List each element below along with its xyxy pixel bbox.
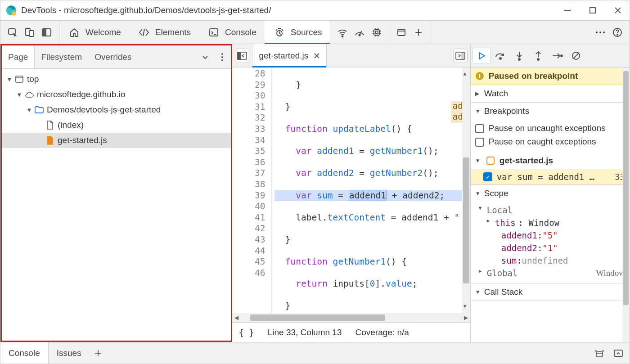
chevron-down-icon[interactable]: [5, 76, 14, 83]
code-editor[interactable]: 28293031323334353637383940414243444546 }…: [232, 67, 470, 313]
tree-top[interactable]: top: [2, 72, 231, 87]
tab-console-label: Console: [225, 27, 256, 37]
step-over-button[interactable]: [491, 48, 509, 64]
checkbox-icon[interactable]: [475, 138, 484, 147]
scope-addend2[interactable]: addend2: "1": [475, 242, 625, 254]
more-icon[interactable]: [594, 26, 607, 39]
tab-welcome[interactable]: Welcome: [59, 21, 129, 44]
add-drawer-tab-icon[interactable]: [91, 346, 105, 360]
debugger-pane: i Paused on breakpoint ▶Watch ▼Breakpoin…: [471, 44, 630, 342]
scope-sum[interactable]: sum: undefined: [475, 254, 625, 267]
svg-rect-16: [375, 31, 378, 34]
drawer-tab-issues[interactable]: Issues: [49, 342, 90, 364]
device-toggle-icon[interactable]: [23, 26, 36, 39]
scope-addend1[interactable]: addend1: "5": [475, 229, 625, 242]
dock-icon[interactable]: [40, 26, 54, 39]
panels-body: Page Filesystem Overrides top microsofte…: [0, 44, 630, 342]
nav-chevron-down-icon[interactable]: [198, 50, 212, 64]
svg-point-26: [221, 53, 223, 55]
scope-global[interactable]: ▶GlobalWindow: [475, 267, 625, 279]
callstack-header[interactable]: ▼Call Stack: [471, 283, 630, 301]
svg-rect-36: [462, 52, 465, 59]
chevron-down-icon[interactable]: [15, 91, 23, 98]
tree-folder[interactable]: Demos/devtools-js-get-started: [2, 102, 231, 117]
scope-local[interactable]: ▼Local: [475, 204, 625, 216]
nav-more-icon[interactable]: [216, 50, 229, 64]
tree-file-getstarted-label: get-started.js: [58, 135, 107, 145]
application-icon[interactable]: [395, 26, 408, 39]
inspect-icon[interactable]: [6, 26, 19, 39]
drawer-issues-icon[interactable]: [593, 346, 606, 360]
paused-banner-text: Paused on breakpoint: [489, 71, 578, 81]
svg-rect-15: [374, 30, 379, 35]
home-icon: [68, 26, 81, 39]
scope-this[interactable]: ▶this: Window: [475, 216, 625, 229]
svg-point-13: [342, 36, 343, 37]
toggle-navigator-button[interactable]: [235, 49, 249, 63]
close-tab-icon[interactable]: [314, 53, 320, 59]
watch-header[interactable]: ▶Watch: [471, 85, 630, 102]
editor-tab-getstarted[interactable]: get-started.js: [252, 44, 327, 67]
drawer-tab-console[interactable]: Console: [0, 342, 49, 364]
pretty-print-button[interactable]: { }: [238, 328, 254, 337]
tree-origin[interactable]: microsoftedge.github.io: [2, 87, 231, 102]
minimize-button[interactable]: [561, 4, 574, 17]
window-title: DevTools - microsoftedge.github.io/Demos…: [21, 5, 549, 15]
add-tab-icon[interactable]: [412, 26, 425, 39]
scope-section: ▼Scope ▼Local ▶this: Window addend1: "5"…: [471, 185, 630, 283]
pause-uncaught-row[interactable]: Pause on uncaught exceptions: [475, 121, 625, 135]
frame-icon: [14, 74, 24, 84]
nav-tab-overrides[interactable]: Overrides: [88, 45, 138, 68]
close-button[interactable]: [612, 4, 624, 17]
toggle-debugger-button[interactable]: [453, 49, 468, 63]
editor-vertical-scrollbar[interactable]: ▲▼: [462, 67, 470, 313]
tab-elements[interactable]: Elements: [129, 21, 199, 44]
network-conditions-icon[interactable]: [336, 26, 349, 39]
resume-button[interactable]: [472, 48, 490, 64]
scope-header[interactable]: ▼Scope: [471, 185, 630, 202]
drawer: Console Issues: [0, 342, 630, 364]
debugger-vertical-scrollbar[interactable]: [622, 67, 630, 342]
execution-line: var sum = addend1 + addend2;: [274, 190, 470, 202]
step-button[interactable]: [548, 48, 566, 64]
line-gutter[interactable]: 28293031323334353637383940414243444546: [232, 67, 272, 313]
breakpoint-marker[interactable]: 33: [232, 124, 265, 135]
nav-tab-page[interactable]: Page: [2, 45, 35, 68]
deactivate-breakpoints-button[interactable]: [567, 48, 585, 64]
step-into-button[interactable]: [510, 48, 528, 64]
code-content[interactable]: } } function updateLabel() { var addend1…: [272, 67, 470, 313]
tab-elements-label: Elements: [155, 27, 191, 37]
step-out-button[interactable]: [529, 48, 547, 64]
performance-icon[interactable]: [353, 26, 366, 39]
svg-point-37: [500, 58, 501, 59]
tree-file-index[interactable]: (index): [2, 117, 231, 133]
tab-sources[interactable]: Sources: [265, 21, 330, 44]
breakpoint-file-row[interactable]: ▼ get-started.js: [471, 152, 630, 169]
tree-file-getstarted[interactable]: get-started.js: [2, 133, 231, 148]
tab-welcome-label: Welcome: [86, 27, 121, 37]
cursor-position: Line 33, Column 13: [268, 328, 342, 337]
editor-horizontal-scrollbar[interactable]: ◀▶: [232, 313, 470, 322]
svg-rect-6: [9, 29, 15, 34]
svg-point-41: [537, 58, 539, 60]
memory-icon[interactable]: [370, 26, 383, 39]
nav-tab-filesystem[interactable]: Filesystem: [35, 45, 88, 68]
maximize-button[interactable]: [586, 4, 599, 17]
help-icon[interactable]: [611, 26, 624, 39]
drawer-expand-icon[interactable]: [612, 346, 625, 360]
console-icon: [207, 26, 220, 39]
pause-caught-row[interactable]: Pause on caught exceptions: [475, 135, 625, 148]
chevron-down-icon[interactable]: [25, 107, 33, 113]
debugger-body: i Paused on breakpoint ▶Watch ▼Breakpoin…: [471, 67, 630, 342]
js-file-icon: [45, 135, 55, 145]
tab-sources-label: Sources: [291, 27, 322, 37]
breakpoint-entry[interactable]: ✓ var sum = addend1 … 33: [471, 169, 630, 184]
main-toolbar: Welcome Elements Console Sources: [0, 21, 630, 44]
breakpoints-section: ▼Breakpoints Pause on uncaught exception…: [471, 103, 630, 185]
checkbox-icon[interactable]: [475, 124, 484, 133]
breakpoints-header[interactable]: ▼Breakpoints: [471, 103, 630, 120]
app-tool-group: [389, 21, 431, 44]
checkbox-checked-icon[interactable]: ✓: [483, 172, 492, 181]
extra-tool-group: [330, 21, 389, 44]
tab-console[interactable]: Console: [199, 21, 265, 44]
